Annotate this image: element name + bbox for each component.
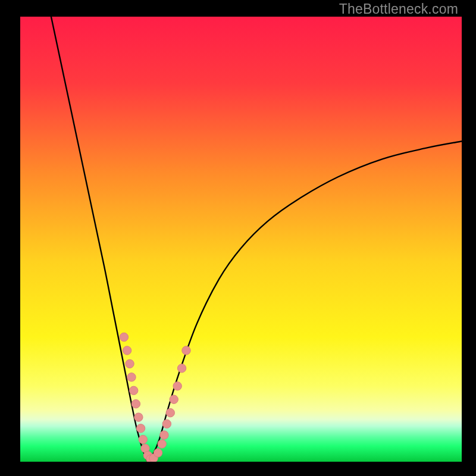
highlight-dot xyxy=(182,346,190,355)
highlight-dot xyxy=(131,400,140,408)
bottleneck-curve-path xyxy=(51,17,462,462)
highlight-dot xyxy=(127,373,136,381)
highlight-dot xyxy=(170,395,178,403)
watermark-text: TheBottleneck.com xyxy=(339,1,458,17)
highlight-dot xyxy=(158,440,166,448)
plot-area xyxy=(20,17,462,462)
highlight-dot xyxy=(136,424,145,433)
highlight-dot xyxy=(134,413,143,421)
highlight-dot xyxy=(154,449,162,457)
highlight-dot xyxy=(129,386,137,394)
highlight-dot xyxy=(120,333,128,341)
highlight-dot xyxy=(160,431,168,439)
stage: TheBottleneck.com xyxy=(0,0,476,476)
highlight-dot xyxy=(139,435,147,443)
highlight-dot xyxy=(123,346,131,355)
highlight-dot xyxy=(162,419,171,428)
highlight-dot xyxy=(173,382,181,390)
highlight-dot xyxy=(166,409,174,417)
highlight-dot xyxy=(177,364,186,372)
highlight-dot xyxy=(126,359,134,368)
bottleneck-curve xyxy=(20,17,462,462)
